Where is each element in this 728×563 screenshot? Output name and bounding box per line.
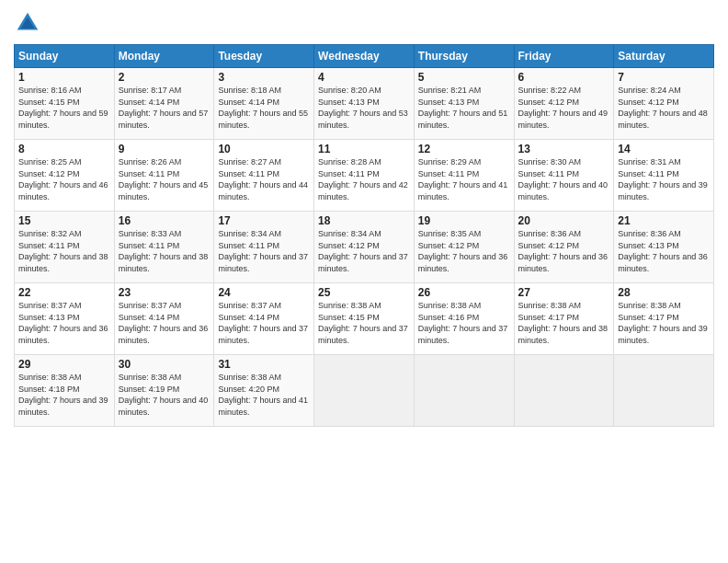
day-info: Sunrise: 8:27 AMSunset: 4:11 PMDaylight:… (218, 156, 310, 202)
calendar-cell: 5Sunrise: 8:21 AMSunset: 4:13 PMDaylight… (414, 68, 514, 140)
calendar-row: 1Sunrise: 8:16 AMSunset: 4:15 PMDaylight… (15, 68, 714, 140)
day-info: Sunrise: 8:21 AMSunset: 4:13 PMDaylight:… (418, 85, 510, 131)
day-number: 5 (418, 71, 510, 84)
calendar-cell: 1Sunrise: 8:16 AMSunset: 4:15 PMDaylight… (15, 68, 115, 140)
day-number: 27 (518, 286, 610, 299)
calendar-cell: 6Sunrise: 8:22 AMSunset: 4:12 PMDaylight… (514, 68, 614, 140)
header-friday: Friday (514, 45, 614, 68)
day-number: 18 (318, 214, 410, 227)
day-info: Sunrise: 8:37 AMSunset: 4:14 PMDaylight:… (218, 300, 310, 346)
day-number: 7 (618, 71, 710, 84)
calendar-cell: 17Sunrise: 8:34 AMSunset: 4:11 PMDayligh… (214, 212, 314, 283)
day-number: 9 (119, 143, 210, 155)
day-number: 4 (318, 71, 410, 84)
calendar-cell: 21Sunrise: 8:36 AMSunset: 4:13 PMDayligh… (614, 212, 714, 283)
calendar-cell (514, 355, 614, 427)
calendar-row: 22Sunrise: 8:37 AMSunset: 4:13 PMDayligh… (15, 283, 714, 355)
day-number: 17 (218, 214, 310, 227)
day-info: Sunrise: 8:32 AMSunset: 4:11 PMDaylight:… (18, 228, 110, 274)
day-info: Sunrise: 8:38 AMSunset: 4:18 PMDaylight:… (18, 372, 110, 418)
day-info: Sunrise: 8:31 AMSunset: 4:11 PMDaylight:… (618, 156, 710, 202)
day-number: 20 (518, 214, 610, 227)
day-info: Sunrise: 8:20 AMSunset: 4:13 PMDaylight:… (318, 85, 410, 131)
calendar-cell: 29Sunrise: 8:38 AMSunset: 4:18 PMDayligh… (15, 355, 115, 427)
calendar-cell: 14Sunrise: 8:31 AMSunset: 4:11 PMDayligh… (614, 140, 714, 212)
day-number: 21 (618, 214, 710, 227)
calendar-cell: 7Sunrise: 8:24 AMSunset: 4:12 PMDaylight… (614, 68, 714, 140)
calendar-cell: 28Sunrise: 8:38 AMSunset: 4:17 PMDayligh… (614, 283, 714, 355)
calendar-cell (414, 355, 514, 427)
calendar-cell: 4Sunrise: 8:20 AMSunset: 4:13 PMDaylight… (314, 68, 415, 140)
calendar-cell: 27Sunrise: 8:38 AMSunset: 4:17 PMDayligh… (514, 283, 614, 355)
day-number: 29 (18, 358, 110, 371)
calendar-cell: 12Sunrise: 8:29 AMSunset: 4:11 PMDayligh… (414, 140, 514, 212)
day-number: 25 (318, 286, 410, 299)
day-number: 13 (518, 143, 610, 155)
day-info: Sunrise: 8:34 AMSunset: 4:12 PMDaylight:… (318, 228, 410, 274)
day-info: Sunrise: 8:30 AMSunset: 4:11 PMDaylight:… (518, 156, 610, 202)
day-info: Sunrise: 8:38 AMSunset: 4:15 PMDaylight:… (318, 300, 410, 346)
day-number: 6 (518, 71, 610, 84)
calendar-row: 15Sunrise: 8:32 AMSunset: 4:11 PMDayligh… (15, 212, 714, 283)
day-number: 22 (18, 286, 110, 299)
day-info: Sunrise: 8:24 AMSunset: 4:12 PMDaylight:… (618, 85, 710, 131)
day-info: Sunrise: 8:18 AMSunset: 4:14 PMDaylight:… (218, 85, 310, 131)
calendar-cell: 19Sunrise: 8:35 AMSunset: 4:12 PMDayligh… (414, 212, 514, 283)
calendar-cell (614, 355, 714, 427)
calendar-cell: 20Sunrise: 8:36 AMSunset: 4:12 PMDayligh… (514, 212, 614, 283)
day-info: Sunrise: 8:37 AMSunset: 4:13 PMDaylight:… (18, 300, 110, 346)
calendar-cell: 9Sunrise: 8:26 AMSunset: 4:11 PMDaylight… (114, 140, 214, 212)
logo-icon (14, 9, 41, 37)
calendar-cell: 30Sunrise: 8:38 AMSunset: 4:19 PMDayligh… (114, 355, 214, 427)
header-wednesday: Wednesday (314, 45, 415, 68)
header-tuesday: Tuesday (214, 45, 314, 68)
calendar-cell: 24Sunrise: 8:37 AMSunset: 4:14 PMDayligh… (214, 283, 314, 355)
header-sunday: Sunday (15, 45, 115, 68)
day-number: 23 (119, 286, 210, 299)
calendar-table: Sunday Monday Tuesday Wednesday Thursday… (14, 44, 714, 427)
day-number: 3 (218, 71, 310, 84)
calendar-cell: 18Sunrise: 8:34 AMSunset: 4:12 PMDayligh… (314, 212, 415, 283)
calendar-cell: 3Sunrise: 8:18 AMSunset: 4:14 PMDaylight… (214, 68, 314, 140)
calendar-cell: 11Sunrise: 8:28 AMSunset: 4:11 PMDayligh… (314, 140, 415, 212)
header-monday: Monday (114, 45, 214, 68)
day-number: 1 (18, 71, 110, 84)
day-number: 8 (18, 143, 110, 155)
day-info: Sunrise: 8:38 AMSunset: 4:20 PMDaylight:… (218, 372, 310, 418)
day-number: 30 (119, 358, 210, 371)
day-number: 2 (119, 71, 210, 84)
day-number: 24 (218, 286, 310, 299)
day-number: 14 (618, 143, 710, 155)
day-info: Sunrise: 8:22 AMSunset: 4:12 PMDaylight:… (518, 85, 610, 131)
day-info: Sunrise: 8:28 AMSunset: 4:11 PMDaylight:… (318, 156, 410, 202)
header (14, 9, 714, 37)
calendar-cell: 25Sunrise: 8:38 AMSunset: 4:15 PMDayligh… (314, 283, 415, 355)
day-info: Sunrise: 8:38 AMSunset: 4:17 PMDaylight:… (618, 300, 710, 346)
calendar-cell: 26Sunrise: 8:38 AMSunset: 4:16 PMDayligh… (414, 283, 514, 355)
calendar-cell: 10Sunrise: 8:27 AMSunset: 4:11 PMDayligh… (214, 140, 314, 212)
calendar-cell: 8Sunrise: 8:25 AMSunset: 4:12 PMDaylight… (15, 140, 115, 212)
day-number: 19 (418, 214, 510, 227)
weekday-header-row: Sunday Monday Tuesday Wednesday Thursday… (15, 45, 714, 68)
day-info: Sunrise: 8:35 AMSunset: 4:12 PMDaylight:… (418, 228, 510, 274)
day-info: Sunrise: 8:38 AMSunset: 4:19 PMDaylight:… (119, 372, 210, 418)
day-number: 15 (18, 214, 110, 227)
calendar-cell: 22Sunrise: 8:37 AMSunset: 4:13 PMDayligh… (15, 283, 115, 355)
calendar-cell (314, 355, 415, 427)
day-info: Sunrise: 8:29 AMSunset: 4:11 PMDaylight:… (418, 156, 510, 202)
calendar-cell: 23Sunrise: 8:37 AMSunset: 4:14 PMDayligh… (114, 283, 214, 355)
calendar-page: Sunday Monday Tuesday Wednesday Thursday… (0, 0, 728, 563)
day-number: 26 (418, 286, 510, 299)
day-info: Sunrise: 8:38 AMSunset: 4:16 PMDaylight:… (418, 300, 510, 346)
day-info: Sunrise: 8:16 AMSunset: 4:15 PMDaylight:… (18, 85, 110, 131)
day-number: 10 (218, 143, 310, 155)
calendar-cell: 15Sunrise: 8:32 AMSunset: 4:11 PMDayligh… (15, 212, 115, 283)
day-number: 31 (218, 358, 310, 371)
day-number: 28 (618, 286, 710, 299)
day-info: Sunrise: 8:25 AMSunset: 4:12 PMDaylight:… (18, 156, 110, 202)
day-info: Sunrise: 8:17 AMSunset: 4:14 PMDaylight:… (119, 85, 210, 131)
day-info: Sunrise: 8:26 AMSunset: 4:11 PMDaylight:… (119, 156, 210, 202)
calendar-cell: 2Sunrise: 8:17 AMSunset: 4:14 PMDaylight… (114, 68, 214, 140)
day-info: Sunrise: 8:38 AMSunset: 4:17 PMDaylight:… (518, 300, 610, 346)
calendar-cell: 13Sunrise: 8:30 AMSunset: 4:11 PMDayligh… (514, 140, 614, 212)
